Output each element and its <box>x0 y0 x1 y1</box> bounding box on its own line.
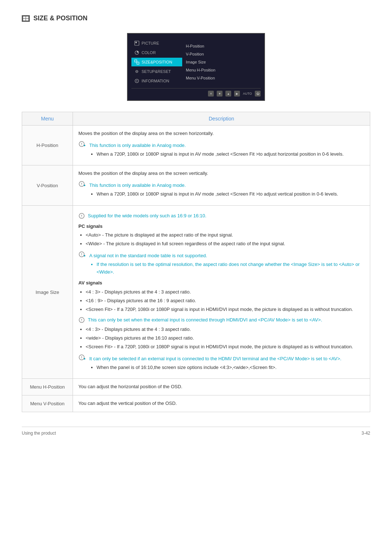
hposition-note1-text: This function is only available in Analo… <box>89 142 364 149</box>
col-menu: Menu <box>22 112 73 126</box>
imagesize-note2-bullet1: If the resolution is set to the optimal … <box>97 261 364 276</box>
imagesize-note4-bullet0: It can only be selected if an external i… <box>89 355 364 363</box>
col-desc: Description <box>73 112 370 126</box>
table-row-hposition: H-Position Moves the position of the dis… <box>22 126 370 165</box>
table-row-menuhposition: Menu H-Position You can adjust the horiz… <box>22 379 370 395</box>
menu-cell-menuvposition: Menu V-Position <box>22 395 73 412</box>
hposition-bullet1: When a 720P, 1080i or 1080P signal is in… <box>97 151 364 158</box>
menu-cell-vposition: V-Position <box>22 165 73 205</box>
osd-btn-enter: ▲ <box>225 91 231 97</box>
desc-cell-imagesize: Supplied for the wide models only such a… <box>73 205 370 379</box>
av-bullet-2: <Screen Fit> - If a 720P, 1080i or 1080P… <box>86 306 364 313</box>
osd-menu-right: H-Position V-Position Image Size Menu H-… <box>182 39 261 85</box>
page-header: SIZE & POSITION <box>22 15 370 22</box>
osd-item-information: INFORMATION <box>131 77 182 85</box>
hposition-intro: Moves the position of the display area o… <box>78 130 364 138</box>
osd-screen: PICTURE COLOR SIZE&POSITION <box>127 33 265 101</box>
vposition-bullet1: When a 720P, 1080i or 1080P signal is in… <box>97 190 364 198</box>
page-footer: Using the product 3-42 <box>22 427 370 436</box>
osd-item-size-position: SIZE&POSITION <box>131 58 182 66</box>
osd-btn-x: ✕ <box>208 91 214 97</box>
osd-item-setup: SETUP&RESET <box>131 67 182 76</box>
desc-cell-menuvposition: You can adjust the vertical position of … <box>73 395 370 412</box>
desc-cell-vposition: Moves the position of the display area o… <box>73 165 370 205</box>
vposition-intro: Moves the position of the display area o… <box>78 170 364 177</box>
osd-btn-right: ▶ <box>234 91 240 97</box>
av-bullet-1: <16 : 9> - Displays pictures at the 16 :… <box>86 297 364 305</box>
table-row-imagesize: Image Size Supplied for the wide models … <box>22 205 370 379</box>
menu-cell-imagesize: Image Size <box>22 205 73 379</box>
menu-cell-menuhposition: Menu H-Position <box>22 379 73 395</box>
osd-menu-left: PICTURE COLOR SIZE&POSITION <box>131 39 182 85</box>
svg-point-12 <box>136 71 137 72</box>
vposition-note1-text: This function is only available in Analo… <box>89 182 364 189</box>
imagesize-note-top: Supplied for the wide models only such a… <box>88 212 207 220</box>
pc-bullet-1: <Wide> - The picture is displayed in ful… <box>86 240 364 248</box>
svg-rect-10 <box>137 62 139 64</box>
imagesize-note3: This can only be set when the external i… <box>88 316 322 324</box>
menu-cell-hposition: H-Position <box>22 126 73 165</box>
table-row-vposition: V-Position Moves the position of the dis… <box>22 165 370 205</box>
pc-bullets: <Auto> - The picture is displayed at the… <box>86 231 364 248</box>
footer-right: 3-42 <box>362 431 370 436</box>
av-bullet-0: <4 : 3> - Displays pictures at the 4 : 3… <box>86 288 364 296</box>
av2-bullet-0: <4 : 3> - Displays pictures at the 4 : 3… <box>86 326 364 333</box>
page-title: SIZE & POSITION <box>33 15 87 22</box>
table-row-menuvposition: Menu V-Position You can adjust the verti… <box>22 395 370 412</box>
desc-cell-hposition: Moves the position of the display area o… <box>73 126 370 165</box>
osd-item-picture: PICTURE <box>131 39 182 48</box>
av2-bullet-1: <wide> - Displays pictures at the 16:10 … <box>86 335 364 342</box>
svg-point-15 <box>136 79 137 80</box>
imagesize-note4-bullet1: When the panel is of 16:10,the screen si… <box>97 364 364 372</box>
osd-auto-label: AUTO <box>243 92 252 95</box>
av-bullets2: <4 : 3> - Displays pictures at the 4 : 3… <box>86 326 364 350</box>
footer-left: Using the product <box>22 431 56 436</box>
imagesize-note2-bullet0: A signal not in the standard mode table … <box>89 252 364 260</box>
osd-bottom-bar: ✕ ▼ ▲ ▶ AUTO ⏻ <box>131 88 261 97</box>
av-bullets: <4 : 3> - Displays pictures at the 4 : 3… <box>86 288 364 313</box>
osd-btn-power: ⏻ <box>255 91 261 97</box>
main-table: Menu Description H-Position Moves the po… <box>22 112 370 412</box>
imagesize-note3-icon <box>78 317 85 323</box>
section-icon <box>22 15 30 22</box>
svg-rect-9 <box>135 60 137 62</box>
osd-btn-down: ▼ <box>217 91 222 97</box>
av-signals-title: AV signals <box>78 279 364 287</box>
osd-item-color: COLOR <box>131 48 182 57</box>
desc-cell-menuhposition: You can adjust the horizontal position o… <box>73 379 370 395</box>
pc-signals-title: PC signals <box>78 223 364 230</box>
imagesize-note-top-icon <box>78 213 85 219</box>
pc-bullet-0: <Auto> - The picture is displayed at the… <box>86 231 364 239</box>
av2-bullet-2: <Screen Fit> - If a 720P, 1080i or 1080P… <box>86 343 364 351</box>
svg-rect-7 <box>135 42 137 43</box>
osd-mockup: PICTURE COLOR SIZE&POSITION <box>22 33 370 101</box>
